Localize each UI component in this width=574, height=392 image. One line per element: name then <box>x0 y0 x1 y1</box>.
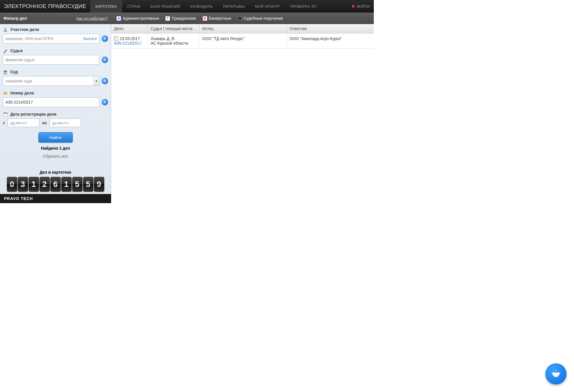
case-date: 23.03.2017 <box>120 36 140 41</box>
counter-digit: 1 <box>29 177 39 192</box>
court-icon <box>3 69 8 74</box>
nav-kartoteka[interactable]: КАРТОТЕКА <box>90 0 122 13</box>
filter-header: Фильтр дел Как это работает? <box>0 16 111 21</box>
case-type-filters: А Административные Г Гражданские Б Банкр… <box>111 16 283 21</box>
date-from-input[interactable]: дд.мм.гггг <box>8 118 39 127</box>
case-counter: 0 3 1 2 6 1 5 5 9 <box>3 177 108 194</box>
type-bankrupt-label: Банкротные <box>209 16 231 21</box>
defendant-name: ООО "Авангард-Агро-Курск" <box>287 33 374 48</box>
court-placeholder: название суда <box>5 79 32 83</box>
th-case[interactable]: Дело <box>111 24 148 33</box>
case-number-input[interactable]: А35-2214/2017 <box>3 97 99 107</box>
counter-digit: 6 <box>50 177 61 192</box>
case-number-link[interactable]: А35-2214/2017 <box>114 41 145 45</box>
chevron-down-icon: ▾ <box>95 37 97 41</box>
bankrupt-badge-icon: Б <box>203 16 207 21</box>
counter-digit: 9 <box>94 177 104 192</box>
subbar: Фильтр дел Как это работает? А Администр… <box>0 13 374 24</box>
svg-point-0 <box>5 28 6 29</box>
case-type-icon: Г <box>114 36 118 41</box>
date-to-label: по <box>42 121 47 125</box>
counter-digit: 0 <box>7 177 17 192</box>
login-label: ВОЙТИ <box>357 4 370 9</box>
court-label: Суд <box>10 70 18 74</box>
gavel-icon <box>3 48 8 53</box>
login-status-icon <box>352 5 355 8</box>
top-navbar: ЭЛЕКТРОННОЕ ПРАВОСУДИЕ КАРТОТЕКА СТРАЖ Б… <box>0 0 374 13</box>
nav-strazh[interactable]: СТРАЖ <box>122 0 145 13</box>
calendar-icon <box>3 112 8 117</box>
folder-icon <box>3 90 8 96</box>
type-admin-label: Административные <box>123 16 159 21</box>
counter-digit: 5 <box>83 177 93 192</box>
type-civil-label: Гражданские <box>172 16 196 21</box>
court-name: АС Курской области <box>151 41 196 45</box>
counter-digit: 1 <box>61 177 72 192</box>
civil-badge-icon: Г <box>165 16 170 21</box>
participant-label: Участник дела <box>10 27 39 32</box>
case-number-label: Номер дела <box>10 91 34 95</box>
nav-bank[interactable]: БАНК РЕШЕНИЙ <box>145 0 185 13</box>
nav-myarbitr[interactable]: МОЙ АРБИТР <box>250 0 285 13</box>
nav-checkep[interactable]: ПРОВЕРКА ЭП <box>285 0 321 13</box>
participant-placeholder: название, ИНН или ОГРН <box>5 36 54 41</box>
login-button[interactable]: ВОЙТИ <box>352 0 374 13</box>
date-to-input[interactable]: дд.мм.гггг <box>50 118 81 127</box>
judge-label: Судья <box>10 48 23 53</box>
counter-title: Дел в картотеке <box>3 170 108 175</box>
results-area: Дело Судья | текущая инста Истец Ответчи… <box>111 24 374 49</box>
participant-type-dropdown[interactable]: Любой ▾ <box>83 37 97 41</box>
table-row[interactable]: Г 23.03.2017 А35-2214/2017 Лымарь Д. В. … <box>111 33 374 49</box>
person-icon <box>3 27 8 32</box>
add-court-button[interactable]: + <box>102 78 108 84</box>
reset-link[interactable]: Сбросить все <box>3 154 108 159</box>
case-number-value: А35-2214/2017 <box>5 100 33 104</box>
add-case-number-button[interactable]: + <box>102 99 108 105</box>
add-judge-button[interactable]: + <box>102 57 108 63</box>
filter-title: Фильтр дел <box>3 16 27 21</box>
type-orders-label: Судебные поручения <box>243 16 283 21</box>
judge-input[interactable]: фамилия судьи <box>3 55 99 65</box>
th-defendant[interactable]: Ответчик <box>287 24 374 33</box>
participant-input[interactable]: название, ИНН или ОГРН Любой ▾ <box>3 34 99 43</box>
reg-date-label: Дата регистрации дела <box>10 112 56 116</box>
add-participant-button[interactable]: + <box>102 35 108 42</box>
svg-rect-2 <box>3 113 7 114</box>
main-nav: КАРТОТЕКА СТРАЖ БАНК РЕШЕНИЙ КАЛЕНДАРЬ П… <box>90 0 321 13</box>
type-bankrupt[interactable]: Б Банкротные <box>203 16 231 21</box>
counter-digit: 5 <box>72 177 82 192</box>
found-count: Найдено 1 дел <box>3 146 108 151</box>
nav-breaks[interactable]: ПЕРЕРЫВЫ <box>218 0 250 13</box>
table-header: Дело Судья | текущая инста Истец Ответчи… <box>111 24 374 33</box>
brand-title: ЭЛЕКТРОННОЕ ПРАВОСУДИЕ <box>0 0 90 13</box>
footer-brand: PRAVO TECH <box>0 194 111 203</box>
counter-digit: 2 <box>40 177 50 192</box>
counter-digit: 3 <box>18 177 28 192</box>
chevron-down-icon: ▾ <box>93 76 99 86</box>
judge-name: Лымарь Д. В. <box>151 36 196 41</box>
how-it-works-link[interactable]: Как это работает? <box>76 16 108 21</box>
judge-placeholder: фамилия судьи <box>5 58 34 62</box>
find-button[interactable]: Найти <box>38 132 73 142</box>
plaintiff-name: ООО "ТД Авто Ресурс" <box>199 33 287 48</box>
filter-sidebar: Участник дела название, ИНН или ОГРН Люб… <box>0 24 111 194</box>
nav-calendar[interactable]: КАЛЕНДАРЬ <box>185 0 218 13</box>
admin-badge-icon: А <box>116 16 121 21</box>
th-plaintiff[interactable]: Истец <box>199 24 287 33</box>
date-from-label: с <box>3 121 5 125</box>
type-admin[interactable]: А Административные <box>116 16 159 21</box>
type-civil[interactable]: Г Гражданские <box>165 16 196 21</box>
type-orders[interactable]: Судебные поручения <box>238 16 283 21</box>
court-select[interactable]: название суда ▾ <box>3 76 99 86</box>
th-judge[interactable]: Судья | текущая инста <box>148 24 199 33</box>
orders-checkbox-icon <box>238 16 242 20</box>
